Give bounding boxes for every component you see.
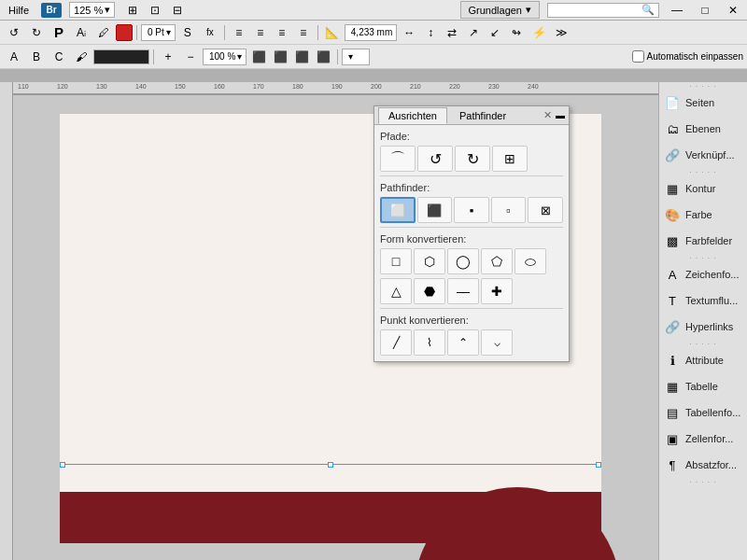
pathfinder-btn1[interactable]: ⬜ (380, 197, 416, 223)
tr-btn6[interactable]: ↬ (506, 23, 527, 42)
float-collapse-btn[interactable]: ▬ (556, 110, 565, 120)
type-tool[interactable]: Aᵢ (71, 23, 92, 42)
search-box[interactable]: 🔍 (547, 3, 659, 18)
window-close-btn[interactable]: ✕ (723, 1, 743, 20)
panel-item-zeichenfo[interactable]: AZeichenfo... (659, 261, 747, 287)
tool-color-edit[interactable]: 🖌 (71, 48, 92, 66)
zoom-select[interactable]: 125 % ▾ (69, 2, 115, 18)
pct-input[interactable]: 100 % ▾ (203, 49, 247, 65)
form-btn8[interactable]: — (447, 278, 479, 304)
tool-d[interactable]: + (158, 48, 178, 66)
float-close-btn[interactable]: ✕ (541, 109, 554, 122)
color-swatch[interactable] (116, 24, 133, 41)
mm-input[interactable]: 4,233 mm (345, 24, 397, 41)
panel-item-verknpf[interactable]: 🔗Verknüpf... (659, 142, 747, 168)
panel-label-13: Absatzfor... (685, 459, 737, 470)
pfade-btn4[interactable]: ⊞ (492, 146, 528, 172)
auto-fit-checkbox[interactable] (632, 50, 644, 63)
align-btn3[interactable]: ≡ (272, 23, 292, 42)
pathfinder-row: ⬜ ⬛ ▪ ▫ ⊠ (374, 195, 569, 225)
tr-btn5[interactable]: ↙ (485, 23, 505, 42)
align-btn2[interactable]: ≡ (250, 23, 271, 42)
txt-left[interactable]: ⬛ (248, 48, 269, 66)
p-tool[interactable]: P (49, 23, 69, 42)
sel-handle-r[interactable] (596, 462, 601, 468)
tr-btn2[interactable]: ↕ (420, 23, 441, 42)
pathfinder-btn2[interactable]: ⬛ (417, 197, 453, 223)
tool-e[interactable]: − (180, 48, 201, 66)
txt-justify[interactable]: ⬛ (313, 48, 333, 66)
panel-item-textumflu[interactable]: TTextumflu... (659, 287, 747, 314)
panel-item-farbfelder[interactable]: ▩Farbfelder (659, 228, 747, 254)
punkt-btn1[interactable]: ╱ (380, 329, 412, 356)
pathfinder-btn5[interactable]: ⊠ (528, 197, 563, 223)
form-btn2[interactable]: ⬡ (414, 248, 445, 274)
pfade-btn3[interactable]: ↻ (455, 146, 490, 172)
txt-center[interactable]: ⬛ (270, 48, 290, 66)
tool-b[interactable]: B (26, 48, 47, 66)
panel-icon-13: ¶ (663, 456, 682, 473)
sel-handle-tl[interactable] (60, 462, 65, 468)
tool-a[interactable]: A (4, 48, 24, 66)
panel-label-5: Farbfelder (685, 235, 732, 246)
extra-btn[interactable]: ≫ (551, 23, 571, 42)
sel-handle-tc[interactable] (328, 462, 333, 468)
view-btn3[interactable]: ⊟ (167, 1, 188, 20)
form-btn3[interactable]: ◯ (447, 248, 479, 274)
panel-item-tabellenfo[interactable]: ▤Tabellenfo... (659, 399, 747, 426)
panel-item-farbe[interactable]: 🎨Farbe (659, 202, 747, 228)
float-panel-content: Pfade: ⌒ ↺ ↻ ⊞ Pathfinder: ⬜ ⬛ ▪ ▫ ⊠ For… (374, 125, 569, 361)
panel-item-hyperlinks[interactable]: 🔗Hyperlinks (659, 314, 747, 340)
panel-item-ebenen[interactable]: 🗂Ebenen (659, 116, 747, 142)
panel-item-zellenfor[interactable]: ▣Zellenfor... (659, 426, 747, 452)
workspace-select[interactable]: Grundlagen ▾ (460, 1, 541, 19)
tool5[interactable]: 🖊 (93, 23, 114, 42)
tab-ausrichten[interactable]: Ausrichten (378, 107, 447, 124)
menu-hilfe[interactable]: Hilfe (4, 3, 34, 18)
tab-pathfinder[interactable]: Pathfinder (449, 107, 516, 124)
form-btn7[interactable]: ⬣ (414, 278, 445, 304)
color-bar[interactable] (93, 49, 149, 64)
tr-btn4[interactable]: ↗ (463, 23, 484, 42)
pt-input[interactable]: 0 Pt ▾ (141, 24, 176, 41)
divider2 (380, 227, 563, 228)
window-min-btn[interactable]: — (667, 1, 687, 20)
tool-c[interactable]: C (49, 48, 69, 66)
view-btn1[interactable]: ⊞ (122, 1, 143, 20)
dropdown-small[interactable]: ▾ (342, 49, 370, 65)
tr-btn3[interactable]: ⇄ (442, 23, 462, 42)
punkt-btn3[interactable]: ⌃ (447, 329, 479, 356)
panel-icon-8: 🔗 (663, 318, 682, 335)
punkt-btn2[interactable]: ⌇ (414, 329, 445, 356)
panel-item-seiten[interactable]: 📄Seiten (659, 90, 747, 116)
undo-btn[interactable]: ↺ (4, 23, 24, 42)
punkt-btn4[interactable]: ⌵ (481, 329, 513, 356)
align-btn4[interactable]: ≡ (293, 23, 314, 42)
pathfinder-btn3[interactable]: ▪ (454, 197, 489, 223)
panel-item-tabelle[interactable]: ▦Tabelle (659, 373, 747, 399)
form-btn4[interactable]: ⬠ (481, 248, 513, 274)
form-btn1[interactable]: □ (380, 248, 412, 274)
form-btn6[interactable]: △ (380, 278, 412, 304)
tool-fx[interactable]: fx (200, 23, 220, 42)
right-panel: · · · · · 📄Seiten🗂Ebenen🔗Verknüpf...· · … (658, 82, 747, 560)
tr-btn1[interactable]: ↔ (399, 23, 419, 42)
window-max-btn[interactable]: □ (695, 1, 715, 20)
tool-s[interactable]: S (177, 23, 198, 42)
search-icon: 🔍 (641, 4, 655, 16)
panel-item-absatzfor[interactable]: ¶Absatzfor... (659, 452, 747, 478)
align-btn1[interactable]: ≡ (229, 23, 249, 42)
view-btn2[interactable]: ⊡ (145, 1, 165, 20)
pfade-btn2[interactable]: ↺ (417, 146, 453, 172)
search-input[interactable] (552, 5, 641, 15)
panel-item-attribute[interactable]: ℹAttribute (659, 347, 747, 373)
zoom-arrow: ▾ (105, 4, 110, 16)
panel-item-kontur[interactable]: ▦Kontur (659, 175, 747, 202)
pathfinder-btn4[interactable]: ▫ (491, 197, 527, 223)
txt-right[interactable]: ⬛ (291, 48, 312, 66)
pfade-btn1[interactable]: ⌒ (380, 146, 416, 172)
lightning-btn[interactable]: ⚡ (529, 23, 549, 42)
redo-btn[interactable]: ↻ (26, 23, 47, 42)
form-btn5[interactable]: ⬭ (514, 248, 546, 274)
form-btn9[interactable]: ✚ (481, 278, 513, 304)
